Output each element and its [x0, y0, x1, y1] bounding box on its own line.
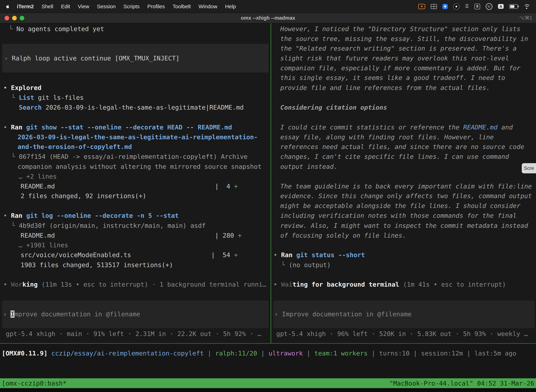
input-source-icon[interactable]: A	[498, 4, 504, 9]
text-segment: git log --oneline --decorate -n 5 --stat	[26, 212, 179, 219]
text-segment: including verification notes with those …	[280, 212, 517, 219]
text-segment: Explored	[11, 84, 41, 91]
tmux-host-clock: "MacBook-Pro-44.local" 04:52 31-Mar-26	[389, 380, 534, 387]
menu-item-iterm2[interactable]: iTerm2	[13, 4, 38, 9]
reasoning-line: output instead.	[280, 162, 337, 172]
wifi-icon[interactable]	[523, 4, 530, 9]
menu-item-profiles[interactable]: Profiles	[143, 4, 169, 9]
text-segment: (11m 13s • esc to interrupt) · 1 backgro…	[38, 281, 266, 288]
text-segment: src/voice/voiceModeEnabled.ts | 54	[21, 251, 234, 258]
pane-divider[interactable]	[271, 23, 271, 343]
stat-line: README.md | 280 +	[21, 231, 242, 240]
text-segment: might be acceptable alongside the file l…	[280, 202, 520, 209]
text-segment: provide file and line references from th…	[280, 84, 490, 91]
text-segment: mprove documentation in @filename	[14, 311, 140, 318]
menu-item-edit[interactable]: Edit	[57, 4, 74, 9]
reasoning-line: provide file and line references from th…	[280, 83, 490, 93]
grid-app-icon[interactable]	[431, 4, 437, 9]
text-segment: of focusing solely on file lines.	[280, 232, 406, 239]
left-status-line: gpt-5.4 xhigh · main · 91% left · 2.31M …	[6, 329, 261, 339]
screen-overlay-tab[interactable]: Scre	[522, 163, 536, 173]
text-segment: session:12m	[421, 350, 463, 357]
title-bar[interactable]: omx --xhigh --madmax ⌥⌘1	[0, 13, 536, 23]
text-segment: team:1 workers	[314, 350, 368, 357]
reasoning-heading: Considering citation options	[280, 103, 387, 112]
text-segment: └	[11, 153, 19, 160]
menu-item-toolbelt[interactable]: Toolbelt	[169, 4, 195, 9]
text-segment: |	[410, 350, 421, 357]
tmux-status-bar: [omx-cczip0:bash* "MacBook-Pro-44.local"…	[0, 378, 536, 388]
command-wrap-line: 2026-03-09-is-legal-the-same-as-legitima…	[18, 132, 258, 142]
text-segment: 2026-03-09-is-legal-the-same-as-legitima…	[18, 134, 258, 141]
text-segment: |	[257, 350, 268, 357]
reasoning-line: the source tree, missing the essay. Stil…	[280, 34, 528, 44]
text-segment: turns:10	[379, 350, 410, 357]
reasoning-line: I could cite commit statistics or refere…	[280, 122, 513, 132]
text-segment: Search	[19, 104, 42, 111]
stat-line: README.md | 4 +	[21, 182, 238, 191]
blue-app-icon[interactable]	[442, 4, 448, 9]
key-icon[interactable]: 8	[474, 4, 480, 9]
text-segment: No agents completed yet	[16, 25, 104, 33]
screen: iTerm2 Shell Edit View Session Scripts P…	[0, 0, 536, 392]
reasoning-line: essay file, along with finding root file…	[280, 132, 494, 142]
text-segment: 4b9d30f (origin/main, instructkr/main, m…	[19, 222, 206, 229]
apple-logo-icon	[6, 4, 10, 9]
text-segment: └	[11, 222, 19, 229]
text-segment: |	[368, 350, 379, 357]
battery-icon[interactable]	[509, 4, 518, 9]
text-segment: git status --short	[296, 251, 365, 258]
menu-item-help[interactable]: Help	[221, 4, 240, 9]
text-segment: 1903 files changed, 513517 insertions(+)	[21, 261, 173, 269]
text-segment: ting for background terminal	[292, 281, 399, 288]
text-segment: +	[234, 183, 238, 190]
text-segment: … +2 lines	[19, 173, 57, 180]
text-segment: I could cite commit statistics or refere…	[280, 124, 463, 131]
text-segment: •	[3, 212, 11, 219]
text-segment: review. Also, I might want to inspect th…	[280, 222, 528, 229]
menu-item-scripts[interactable]: Scripts	[120, 4, 144, 9]
bottom-strip	[0, 388, 536, 392]
menu-item-session[interactable]: Session	[93, 4, 120, 9]
text-segment: the source tree, missing the essay. Stil…	[280, 35, 528, 42]
text-segment: companion file, especially if more comme…	[280, 65, 520, 72]
text-segment: changes, I can't cite specific file line…	[280, 153, 509, 160]
text-segment: … +1901 lines	[19, 242, 68, 249]
text-segment: cczip/essay/ai-reimplementation-copyleft	[51, 350, 204, 357]
text-segment: 2026-03-09-is-legal-the-same-as-legitima…	[42, 104, 244, 111]
reasoning-line: references need actual files, and since …	[280, 142, 524, 152]
menu-item-view[interactable]: View	[74, 4, 93, 9]
ran-git-log: • Ran git log --oneline --decorate -n 5 …	[3, 211, 179, 221]
menu-bar-left: iTerm2 Shell Edit View Session Scripts P…	[0, 4, 240, 9]
dark-app-icon[interactable]	[453, 4, 459, 9]
commit-line: └ 4b9d30f (origin/main, instructkr/main,…	[11, 221, 206, 231]
apps-grid-icon[interactable]: ⠿	[465, 3, 469, 9]
text-segment: and	[498, 124, 513, 131]
text-segment: |	[463, 350, 474, 357]
text-segment: essay file, along with finding root file…	[280, 134, 494, 141]
battery-percent-label: 61	[488, 5, 490, 8]
reasoning-line: slight risk that future readers may over…	[280, 53, 509, 63]
text-segment: Wai	[281, 281, 292, 288]
text-segment: [OMX#0.11.9]	[2, 350, 51, 357]
screen-recording-indicator-icon[interactable]	[418, 4, 425, 9]
text-segment: ›	[3, 311, 10, 318]
menu-bar: iTerm2 Shell Edit View Session Scripts P…	[0, 0, 536, 13]
menu-item-window[interactable]: Window	[195, 4, 221, 9]
text-segment: •	[273, 281, 281, 288]
text-segment: gpt-5.4 xhigh · 96% left · 520K in · 5.8…	[276, 330, 528, 337]
text-segment: companion analysis without altering the …	[18, 163, 262, 170]
apple-menu[interactable]	[5, 4, 13, 9]
text-segment: references need actual files, and since …	[280, 143, 524, 150]
right-status-line: gpt-5.4 xhigh · 96% left · 520K in · 5.8…	[276, 329, 528, 339]
recording-dot-icon	[421, 6, 423, 7]
battery-percent-badge[interactable]: 61	[486, 3, 492, 10]
text-segment: └	[11, 94, 19, 101]
text-segment: ›	[4, 55, 12, 62]
menu-item-shell[interactable]: Shell	[38, 4, 57, 9]
text-segment: •	[3, 281, 11, 288]
text-segment: the "Related research writing" section i…	[280, 45, 517, 52]
reasoning-line: this single essay, it seems like a good …	[280, 73, 505, 83]
reasoning-line: evidence. Since this change only affects…	[280, 191, 532, 201]
text-segment: Ran	[281, 251, 296, 258]
